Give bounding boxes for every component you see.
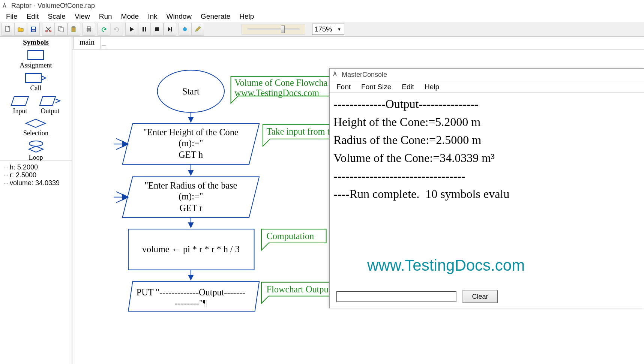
zoom-select[interactable]: 175% ▼ bbox=[312, 24, 344, 35]
symbols-title: Symbols bbox=[0, 38, 72, 46]
menu-window[interactable]: Window bbox=[162, 12, 197, 21]
svg-rect-16 bbox=[171, 27, 172, 31]
symbols-panel: Symbols Assignment Call Input bbox=[0, 37, 72, 160]
svg-text:Volume of Cone Flowcha: Volume of Cone Flowcha bbox=[234, 78, 327, 88]
svg-rect-18 bbox=[28, 51, 44, 60]
copy-icon[interactable] bbox=[55, 23, 68, 36]
svg-text:Computation: Computation bbox=[267, 231, 314, 241]
symbol-call[interactable]: Call bbox=[24, 72, 48, 92]
new-icon[interactable] bbox=[2, 23, 14, 36]
var-volume: volume: 34.0339 bbox=[4, 179, 68, 187]
console-output: -------------Output--------------- Heigh… bbox=[330, 93, 644, 205]
menu-file[interactable]: File bbox=[2, 12, 22, 21]
console-menubar: Font Font Size Edit Help bbox=[330, 81, 644, 93]
svg-rect-12 bbox=[87, 30, 90, 32]
masterconsole-window[interactable]: MasterConsole Font Font Size Edit Help -… bbox=[329, 68, 644, 308]
svg-text:(m):=": (m):=" bbox=[179, 138, 203, 148]
stop-icon[interactable] bbox=[151, 23, 164, 36]
console-title-text: MasterConsole bbox=[342, 71, 387, 79]
menu-edit[interactable]: Edit bbox=[22, 12, 44, 21]
svg-text:www.TestingDocs.com: www.TestingDocs.com bbox=[234, 88, 319, 98]
svg-rect-7 bbox=[60, 28, 63, 32]
print-icon[interactable] bbox=[83, 23, 95, 36]
symbol-input[interactable]: Input bbox=[11, 95, 30, 115]
console-menu-help[interactable]: Help bbox=[419, 82, 444, 92]
console-menu-fontsize[interactable]: Font Size bbox=[356, 82, 396, 92]
svg-text:GET r: GET r bbox=[179, 203, 202, 213]
svg-rect-19 bbox=[26, 73, 41, 82]
menubar: File Edit Scale View Run Mode Ink Window… bbox=[0, 11, 644, 22]
menu-help[interactable]: Help bbox=[235, 12, 258, 21]
step-icon[interactable] bbox=[164, 23, 176, 36]
tab-row: main bbox=[72, 37, 644, 49]
menu-generate[interactable]: Generate bbox=[196, 12, 235, 21]
svg-text:volume ← pi * r * r * h / 3: volume ← pi * r * r * h / 3 bbox=[142, 244, 240, 254]
symbol-assignment[interactable]: Assignment bbox=[20, 49, 52, 69]
redo-icon[interactable] bbox=[110, 23, 123, 36]
svg-line-25 bbox=[116, 139, 128, 144]
var-r: r: 2.5000 bbox=[4, 171, 68, 179]
console-menu-edit[interactable]: Edit bbox=[396, 82, 419, 92]
svg-rect-11 bbox=[87, 27, 90, 28]
svg-text:Take input from t: Take input from t bbox=[267, 126, 330, 136]
toolbar: 175% ▼ bbox=[0, 22, 644, 37]
svg-point-20 bbox=[29, 141, 43, 146]
tab-main[interactable]: main bbox=[73, 37, 101, 49]
svg-line-33 bbox=[116, 192, 128, 197]
symbol-output[interactable]: Output bbox=[39, 95, 62, 115]
svg-text:--------"¶: --------"¶ bbox=[175, 298, 207, 308]
chevron-down-icon: ▼ bbox=[336, 25, 342, 33]
variables-panel: h: 5.2000 r: 2.5000 volume: 34.0339 bbox=[0, 160, 72, 364]
clear-button[interactable]: Clear bbox=[462, 290, 498, 303]
save-icon[interactable] bbox=[27, 23, 40, 36]
speed-slider[interactable] bbox=[242, 24, 305, 34]
svg-rect-13 bbox=[143, 27, 144, 31]
breakpoint-icon[interactable] bbox=[179, 23, 191, 36]
svg-rect-15 bbox=[155, 27, 159, 31]
menu-ink[interactable]: Ink bbox=[143, 12, 162, 21]
menu-scale[interactable]: Scale bbox=[43, 12, 70, 21]
paste-icon[interactable] bbox=[68, 23, 80, 36]
play-icon[interactable] bbox=[125, 23, 138, 36]
svg-rect-14 bbox=[145, 27, 146, 31]
console-input[interactable] bbox=[336, 291, 456, 302]
menu-run[interactable]: Run bbox=[95, 12, 117, 21]
cut-icon[interactable] bbox=[42, 23, 55, 36]
menu-mode[interactable]: Mode bbox=[117, 12, 144, 21]
svg-text:Flowchart Output: Flowchart Output bbox=[267, 284, 331, 294]
svg-text:(m):=": (m):=" bbox=[179, 191, 203, 202]
undo-icon[interactable] bbox=[98, 23, 110, 36]
svg-text:"Enter Radius of the base: "Enter Radius of the base bbox=[144, 180, 237, 190]
console-menu-font[interactable]: Font bbox=[331, 82, 356, 92]
window-title: Raptor - VolumeOfCone.rap bbox=[11, 2, 95, 10]
console-app-icon bbox=[333, 71, 339, 79]
zoom-value: 175% bbox=[315, 25, 332, 33]
menu-view[interactable]: View bbox=[70, 12, 95, 21]
open-icon[interactable] bbox=[14, 23, 27, 36]
console-titlebar: MasterConsole bbox=[330, 69, 644, 81]
var-h: h: 5.2000 bbox=[4, 163, 68, 171]
pen-icon[interactable] bbox=[191, 23, 204, 36]
svg-rect-9 bbox=[72, 26, 75, 28]
start-label: Start bbox=[182, 86, 200, 96]
symbol-loop[interactable]: Loop bbox=[27, 140, 45, 162]
svg-rect-2 bbox=[32, 27, 35, 29]
console-watermark: www.TestingDocs.com bbox=[367, 256, 525, 274]
svg-text:GET h: GET h bbox=[179, 150, 203, 160]
svg-rect-3 bbox=[32, 30, 35, 31]
svg-text:"Enter Height of the Cone: "Enter Height of the Cone bbox=[143, 127, 239, 137]
svg-text:PUT "-------------Output------: PUT "-------------Output------- bbox=[137, 287, 245, 297]
symbol-selection[interactable]: Selection bbox=[23, 118, 48, 137]
titlebar: Raptor - VolumeOfCone.rap bbox=[0, 0, 644, 11]
pause-icon[interactable] bbox=[138, 23, 151, 36]
app-icon bbox=[2, 3, 8, 9]
